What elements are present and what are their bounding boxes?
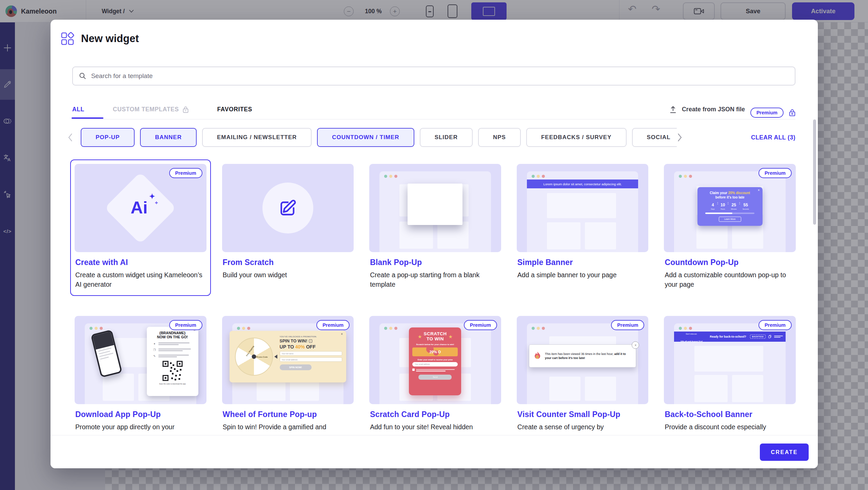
template-card-download-app-pop-up[interactable]: Premium × {BRANDNAME} NOW ON THE GO! ✦ bbox=[70, 312, 211, 435]
qr-code bbox=[162, 360, 183, 381]
tab-custom-templates[interactable]: CUSTOM TEMPLATES bbox=[113, 106, 189, 113]
copy-icon bbox=[768, 335, 771, 338]
premium-badge: Premium bbox=[611, 320, 644, 330]
template-description: Promote your app directly on your bbox=[75, 422, 206, 432]
template-thumbnail: Premium Ai ✦ ✧ bbox=[75, 164, 206, 252]
template-description: Add fun to your site! Reveal hidden bbox=[370, 422, 500, 432]
template-title: Blank Pop-Up bbox=[370, 258, 500, 267]
template-card-scratch-card-pop-up[interactable]: Premium ★ SCRATCHTO WIN ★ Scratch b bbox=[365, 312, 506, 435]
create-from-json[interactable]: Create from JSON file Premium bbox=[670, 105, 795, 115]
template-title: From Scratch bbox=[223, 258, 353, 267]
template-card-create-with-ai[interactable]: Premium Ai ✦ ✧ Create with AI Create a c… bbox=[70, 159, 211, 296]
chevron-left-icon bbox=[67, 133, 73, 142]
countdown-progress bbox=[705, 212, 754, 214]
premium-badge: Premium bbox=[758, 168, 792, 178]
sparkle-icon: ✦ bbox=[153, 342, 156, 345]
modal-header: New widget bbox=[61, 32, 139, 45]
premium-badge: Premium bbox=[464, 320, 497, 330]
premium-badge: Premium bbox=[316, 320, 350, 330]
clear-all-filters-button[interactable]: CLEAR ALL (3) bbox=[751, 134, 795, 141]
template-thumbnail bbox=[369, 164, 501, 252]
template-title: Back-to-School Banner bbox=[665, 410, 795, 419]
template-card-countdown-pop-up[interactable]: Premium × Claim your 20% discount before… bbox=[659, 159, 800, 296]
template-title: Wheel of Fortune Pop-up bbox=[223, 410, 353, 419]
app: Kameleoon Widget / − 100 % + ↶ ↷ Save Ac… bbox=[0, 0, 868, 490]
template-thumbnail: Premium × {BRANDNAME} NOW ON THE GO! ✦ bbox=[75, 316, 206, 404]
template-title: Simple Banner bbox=[517, 258, 648, 267]
template-description: Add a customizable countdown pop-up to y… bbox=[665, 270, 795, 289]
browser-dots bbox=[90, 327, 103, 330]
flame-icon bbox=[533, 349, 541, 363]
template-thumbnail: Premium This item has been viewe bbox=[517, 316, 649, 404]
premium-badge: Premium bbox=[169, 168, 202, 178]
filter-chip-nps[interactable]: NPS bbox=[478, 128, 521, 147]
discount-code: BACKTO10 bbox=[750, 335, 766, 339]
scratch-area: 20% O bbox=[412, 347, 458, 356]
chips-scroll-right-button[interactable] bbox=[677, 133, 683, 142]
browser-dots bbox=[532, 175, 545, 178]
template-card-blank-pop-up[interactable]: Blank Pop-Up Create a pop-up starting fr… bbox=[365, 159, 506, 296]
mini-name-input: Your full name bbox=[280, 351, 342, 356]
sparkle-icon: ✦ bbox=[149, 192, 155, 201]
browser-dots bbox=[679, 175, 692, 178]
premium-badge: Premium bbox=[169, 320, 202, 330]
mini-consent-checkbox bbox=[412, 369, 458, 372]
blank-popup-shape bbox=[408, 184, 462, 225]
wheel-popup: × Free Shipping Promo Code YOU’VE UNLOCK… bbox=[230, 331, 347, 382]
template-description: Create a sense of urgency by bbox=[517, 422, 648, 432]
star-icon: ★ bbox=[448, 334, 453, 339]
template-card-from-scratch[interactable]: From Scratch Build your own widget bbox=[218, 159, 358, 296]
mini-email-input: Your email address bbox=[412, 362, 458, 366]
template-thumbnail: Premium × Free Shipping Promo Code bbox=[222, 316, 354, 404]
modal-title: New widget bbox=[81, 33, 139, 45]
search-input[interactable] bbox=[91, 72, 789, 80]
template-thumbnail: Premium ★ SCRATCHTO WIN ★ Scratch b bbox=[369, 316, 501, 404]
browser-dots bbox=[384, 327, 397, 330]
modal-footer: CREATE bbox=[51, 435, 818, 468]
visit-counter-popup: This item has been viewed 36 times in th… bbox=[529, 344, 636, 368]
edit-icon bbox=[278, 198, 298, 218]
template-card-back-to-school-banner[interactable]: Premium Don’t miss out.10% off until Aug… bbox=[659, 312, 800, 435]
template-card-wheel-of-fortune-pop-up[interactable]: Premium × Free Shipping Promo Code bbox=[218, 312, 358, 435]
learn-more-button: Learn More bbox=[719, 216, 741, 222]
template-description: Create a custom widget using Kameleoon’s… bbox=[75, 270, 206, 289]
tab-favorites[interactable]: FAVORITES bbox=[217, 106, 252, 113]
template-description: Add a simple banner to your page bbox=[517, 270, 648, 280]
browser-mockup: Lorem ipsum dolor sit amet, consectetur … bbox=[527, 171, 638, 252]
template-description: Create a pop-up starting from a blank te… bbox=[370, 270, 500, 289]
mini-banner: Lorem ipsum dolor sit amet, consectetur … bbox=[527, 180, 638, 188]
template-thumbnail bbox=[222, 164, 354, 252]
template-card-simple-banner[interactable]: Lorem ipsum dolor sit amet, consectetur … bbox=[512, 159, 653, 296]
modal-scrollbar[interactable] bbox=[813, 119, 816, 225]
scratch-popup: ★ SCRATCHTO WIN ★ Scratch below for your… bbox=[409, 327, 461, 395]
template-title: Scratch Card Pop-Up bbox=[370, 410, 500, 419]
template-title: Visit Counter Small Pop-Up bbox=[517, 410, 648, 419]
browser-dots bbox=[532, 327, 545, 330]
filter-chip-pop-up[interactable]: POP-UP bbox=[81, 128, 135, 147]
tab-all[interactable]: ALL bbox=[72, 106, 84, 113]
template-description: Provide a discount code especially bbox=[665, 422, 795, 432]
filter-chip-banner[interactable]: BANNER bbox=[140, 128, 197, 147]
send-button: Send bbox=[418, 375, 452, 380]
premium-badge: Premium bbox=[758, 320, 792, 330]
filter-chip-countdown-timer[interactable]: COUNTDOWN / TIMER bbox=[317, 128, 414, 147]
mini-email-input: Your email address bbox=[280, 357, 342, 362]
template-description: Build your own widget bbox=[223, 270, 353, 280]
filter-chip-emailing-newsletter[interactable]: EMAILING / NEWSLETTER bbox=[202, 128, 312, 147]
pen-icon: ✎ bbox=[153, 355, 156, 358]
ai-monogram: Ai ✦ ✧ bbox=[131, 198, 147, 218]
template-description: Spin to win! Provide a gamified and bbox=[223, 422, 353, 432]
create-button[interactable]: CREATE bbox=[760, 444, 809, 461]
lock-icon bbox=[183, 106, 189, 113]
upload-icon bbox=[670, 106, 676, 113]
filter-chip-social[interactable]: SOCIAL bbox=[632, 128, 677, 147]
back-to-school-banner: Don’t miss out.10% off until August 31st… bbox=[674, 332, 786, 342]
filter-chip-feedbacks-survey[interactable]: FEEDBACKS / SURVEY bbox=[526, 128, 627, 147]
chips-scroll-left-button[interactable] bbox=[67, 133, 73, 142]
template-thumbnail: Premium × Claim your 20% discount before… bbox=[664, 164, 796, 252]
template-card-visit-counter-small-pop-up[interactable]: Premium This item has been viewe bbox=[512, 312, 653, 435]
filter-chip-slider[interactable]: SLIDER bbox=[420, 128, 473, 147]
template-title: Create with AI bbox=[75, 258, 206, 267]
browser-dots bbox=[384, 175, 397, 178]
close-icon: × bbox=[632, 341, 639, 349]
